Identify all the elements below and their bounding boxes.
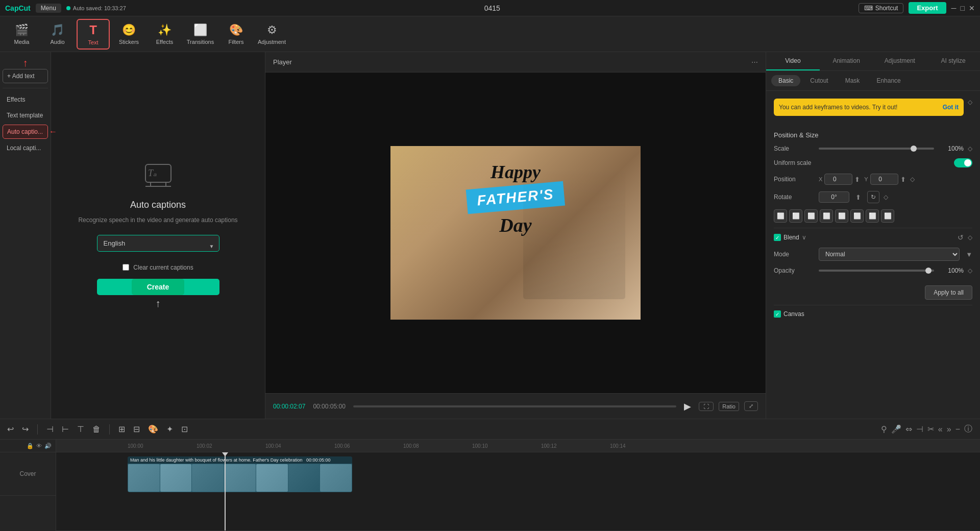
clear-captions-row: Clear current captions <box>122 264 193 271</box>
magnet-icon[interactable]: ⚲ <box>881 424 887 435</box>
sidebar-effects[interactable]: Effects <box>3 93 48 106</box>
rotate-keyframe-button[interactable]: ◇ <box>884 194 888 201</box>
align-top-button[interactable]: ⬜ <box>820 209 833 223</box>
undo-tool-button[interactable]: ↩ <box>5 422 16 436</box>
maximize-button[interactable]: □ <box>961 4 965 12</box>
canvas-checkbox[interactable]: ✓ <box>774 310 781 318</box>
delete-button[interactable]: 🗑 <box>90 423 103 436</box>
lock-icon[interactable]: 🔒 <box>27 443 34 449</box>
toolbar-audio[interactable]: 🎵 Audio <box>41 19 74 50</box>
minimize-button[interactable]: ─ <box>951 4 957 12</box>
paste-button[interactable]: ⊟ <box>131 422 142 436</box>
fullscreen-icon[interactable]: ⛶ <box>699 402 714 411</box>
scale-keyframe-button[interactable]: ◇ <box>968 145 972 152</box>
blend-checkbox[interactable]: ✓ <box>774 234 781 241</box>
cut-icon[interactable]: ✂ <box>927 424 934 435</box>
toolbar-adjustment[interactable]: ⚙ Adjustment <box>255 19 288 50</box>
toolbar-text[interactable]: T Text <box>77 19 110 50</box>
sidebar-text-template[interactable]: Text template <box>3 109 48 122</box>
add-text-button[interactable]: + Add text <box>3 69 48 83</box>
tab-adjustment[interactable]: Adjustment <box>873 52 927 70</box>
align-extra-1[interactable]: ⬜ <box>866 209 879 223</box>
align-center-h-button[interactable]: ⬜ <box>789 209 802 223</box>
blend-undo-button[interactable]: ↺ <box>958 233 964 242</box>
scale-slider[interactable] <box>819 148 934 150</box>
opacity-slider[interactable] <box>819 270 934 272</box>
align-left-button[interactable]: ⬜ <box>774 209 787 223</box>
toolbar-sep-1 <box>37 424 38 435</box>
export-button[interactable]: Export <box>909 2 946 14</box>
rotate-reset-button[interactable]: ↻ <box>867 191 879 203</box>
align-extra-2[interactable]: ⬜ <box>881 209 894 223</box>
color-match-button[interactable]: 🎨 <box>146 422 160 436</box>
tab-ai-stylize[interactable]: AI stylize <box>926 52 980 70</box>
redo-tool-button[interactable]: ↪ <box>20 422 31 436</box>
link-icon[interactable]: ⇔ <box>905 424 912 435</box>
split2-icon[interactable]: ⊣ <box>916 424 923 435</box>
y-stepper-up[interactable]: ⬆ <box>900 176 906 183</box>
create-button[interactable]: Create <box>132 279 185 295</box>
align-right-button[interactable]: ⬜ <box>804 209 818 223</box>
toolbar-media[interactable]: 🎬 Media <box>5 19 38 50</box>
zoom-out-icon[interactable]: − <box>955 424 960 435</box>
position-x-input[interactable] <box>824 174 852 185</box>
keyframe-tooltip-wrapper: You can add keyframes to videos. Try it … <box>774 99 972 124</box>
keyframe-diamond-button[interactable]: ◇ <box>968 99 972 106</box>
auto-saved-text: Auto saved: 10:33:27 <box>73 5 126 11</box>
sidebar-auto-captions[interactable]: Auto captio... <box>3 125 48 139</box>
menu-button[interactable]: Menu <box>36 4 61 13</box>
expand-button[interactable]: ⤢ <box>744 401 758 411</box>
magic-button[interactable]: ✦ <box>164 422 175 436</box>
align-center-v-button[interactable]: ⬜ <box>835 209 848 223</box>
adjustment-label: Adjustment <box>258 39 286 45</box>
trim-button[interactable]: ⊢ <box>60 422 71 436</box>
ratio-button[interactable]: Ratio <box>719 402 739 411</box>
sub-tab-basic[interactable]: Basic <box>771 75 800 86</box>
mic-icon[interactable]: 🎤 <box>891 424 901 435</box>
close-button[interactable]: ✕ <box>969 4 975 12</box>
eye-icon[interactable]: 👁 <box>36 443 42 449</box>
shortcut-button[interactable]: ⌨ Shortcut <box>859 3 904 13</box>
blend-mode-select[interactable]: Normal Multiply Screen Overlay <box>819 248 960 261</box>
uniform-scale-toggle[interactable] <box>954 158 972 167</box>
x-stepper-up[interactable]: ⬆ <box>854 176 860 183</box>
crop-button[interactable]: ⊡ <box>179 422 190 436</box>
sub-tab-mask[interactable]: Mask <box>838 75 867 86</box>
blend-chevron[interactable]: ∨ <box>802 234 806 241</box>
current-time: 00:00:02:07 <box>273 403 305 410</box>
play-button[interactable]: ▶ <box>684 401 691 412</box>
opacity-slider-thumb[interactable] <box>925 268 932 274</box>
clear-captions-checkbox[interactable] <box>122 264 129 271</box>
scale-slider-thumb[interactable] <box>911 146 917 152</box>
tooltip-got-it-button[interactable]: Got it <box>943 104 959 111</box>
sidebar-local-captions[interactable]: Local capti... <box>3 141 48 155</box>
sub-tab-cutout[interactable]: Cutout <box>803 75 835 86</box>
opacity-keyframe-button[interactable]: ◇ <box>968 267 972 274</box>
align-bottom-button[interactable]: ⬜ <box>850 209 864 223</box>
position-y-input[interactable] <box>870 174 898 185</box>
sub-tab-enhance[interactable]: Enhance <box>869 75 908 86</box>
toolbar-transitions[interactable]: ⬜ Transitions <box>184 19 217 50</box>
tab-video[interactable]: Video <box>766 52 820 70</box>
toolbar-stickers[interactable]: 😊 Stickers <box>112 19 145 50</box>
rotate-input[interactable] <box>819 191 849 203</box>
info-icon[interactable]: ⓘ <box>964 424 972 435</box>
rotate-stepper-up[interactable]: ⬆ <box>855 194 861 201</box>
position-keyframe-button[interactable]: ◇ <box>910 176 915 183</box>
toolbar-effects[interactable]: ✨ Effects <box>148 19 181 50</box>
player-menu-dots[interactable]: ⋯ <box>751 58 758 66</box>
next-frame-icon[interactable]: » <box>947 424 951 435</box>
mini-timeline[interactable] <box>353 405 677 407</box>
player-title: Player <box>273 58 292 66</box>
tab-animation[interactable]: Animation <box>820 52 873 70</box>
blend-keyframe-button[interactable]: ◇ <box>968 234 972 241</box>
prev-frame-icon[interactable]: « <box>938 424 943 435</box>
video-clip[interactable]: Man and his little daughter with bouquet… <box>128 456 352 492</box>
split-button[interactable]: ⊣ <box>44 422 56 436</box>
copy-button[interactable]: ⊞ <box>116 422 127 436</box>
language-select[interactable]: English Spanish French German Chinese Ja… <box>97 235 219 252</box>
apply-all-button[interactable]: Apply to all <box>925 285 972 300</box>
toolbar-filters[interactable]: 🎨 Filters <box>219 19 253 50</box>
trim2-button[interactable]: ⊤ <box>75 422 86 436</box>
audio-icon-track[interactable]: 🔊 <box>44 443 52 449</box>
